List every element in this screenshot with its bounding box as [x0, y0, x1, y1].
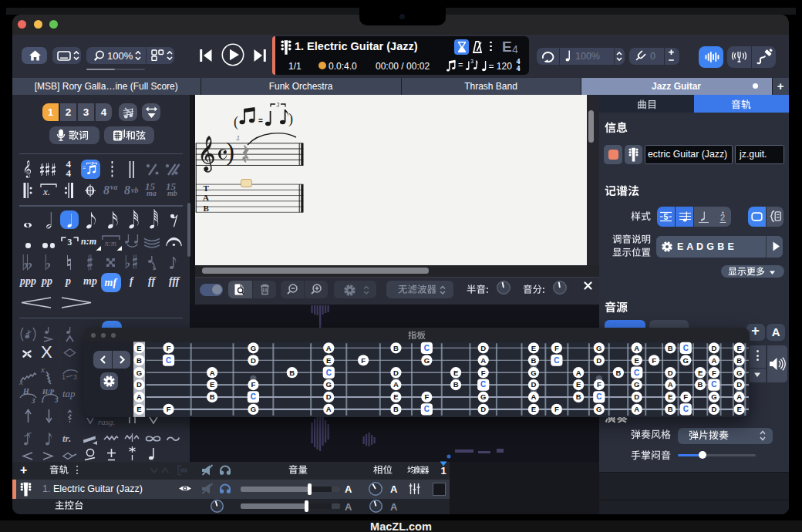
svg-text:F: F: [596, 381, 601, 389]
svg-text:F: F: [424, 393, 429, 402]
svg-text:3: 3: [54, 396, 59, 404]
svg-text:C: C: [682, 406, 688, 414]
svg-text:D: D: [667, 369, 672, 377]
svg-text:C: C: [423, 344, 429, 352]
svg-text:E: E: [326, 356, 331, 365]
svg-text:1: 1: [41, 396, 45, 404]
svg-text:B: B: [697, 381, 703, 389]
svg-text:D: D: [250, 356, 255, 365]
svg-text:E: E: [136, 344, 141, 352]
svg-text:B: B: [289, 369, 295, 377]
svg-text:D: D: [393, 369, 398, 377]
svg-text:C: C: [480, 381, 486, 389]
svg-text:F: F: [251, 381, 255, 389]
svg-text:F: F: [554, 406, 558, 414]
svg-text:2: 2: [720, 212, 725, 221]
svg-text:G: G: [250, 344, 255, 352]
svg-text:E: E: [136, 406, 141, 414]
svg-text:A: A: [393, 381, 398, 389]
svg-text:B: B: [209, 393, 214, 402]
svg-text:A: A: [325, 344, 331, 352]
svg-text:G: G: [736, 369, 741, 377]
svg-text:A: A: [136, 393, 142, 402]
svg-text:B: B: [136, 356, 142, 365]
svg-text:C: C: [325, 369, 331, 377]
svg-text:G: G: [250, 406, 255, 414]
svg-text:x.: x.: [42, 186, 50, 197]
svg-text:A: A: [711, 356, 716, 365]
svg-text:C: C: [682, 344, 688, 352]
svg-text:A: A: [575, 369, 581, 377]
svg-text:E: E: [668, 393, 672, 402]
svg-text:E: E: [531, 344, 535, 352]
svg-text:G: G: [480, 393, 486, 402]
svg-text:B: B: [667, 406, 672, 414]
svg-text:C: C: [711, 381, 716, 389]
svg-text:E: E: [736, 406, 741, 414]
svg-text:G: G: [596, 344, 602, 352]
svg-text:C: C: [423, 406, 429, 414]
svg-text:E: E: [697, 369, 702, 377]
svg-text:3: 3: [91, 162, 93, 166]
svg-text:F: F: [683, 393, 688, 402]
svg-text:A: A: [480, 356, 486, 365]
svg-text:3: 3: [68, 237, 72, 247]
svg-text:D: D: [596, 356, 602, 365]
svg-text:D: D: [711, 344, 716, 352]
svg-text:=: =: [83, 165, 86, 170]
svg-text:F: F: [166, 344, 170, 352]
svg-text:E: E: [634, 356, 639, 365]
svg-text:B: B: [393, 344, 398, 352]
svg-text:F: F: [554, 344, 558, 352]
svg-text:A: A: [531, 393, 536, 402]
svg-text:G: G: [423, 356, 429, 365]
svg-text:B: B: [393, 406, 398, 414]
svg-text:F: F: [480, 369, 485, 377]
svg-text:C: C: [554, 356, 559, 365]
svg-text:G: G: [634, 381, 639, 389]
svg-text:x: x: [19, 377, 23, 386]
svg-text:D: D: [634, 393, 639, 402]
svg-text:C: C: [250, 393, 255, 402]
svg-text:G: G: [136, 369, 141, 377]
svg-text:B: B: [667, 344, 672, 352]
svg-text:A: A: [667, 381, 672, 389]
svg-text:A: A: [325, 406, 331, 414]
svg-text:D: D: [531, 381, 536, 389]
svg-text:A: A: [736, 393, 742, 402]
svg-text:G: G: [325, 381, 331, 389]
svg-text:A: A: [209, 369, 214, 377]
svg-text:F: F: [166, 406, 170, 414]
svg-text:B: B: [736, 356, 742, 365]
svg-text:E: E: [531, 406, 535, 414]
svg-text:B: B: [615, 369, 621, 377]
svg-text:D: D: [736, 381, 742, 389]
svg-text:E: E: [209, 381, 214, 389]
svg-text:B: B: [453, 381, 458, 389]
svg-text:D: D: [325, 393, 331, 402]
svg-text:D: D: [480, 406, 486, 414]
svg-text:E: E: [393, 393, 398, 402]
svg-text:D: D: [136, 381, 142, 389]
svg-text:F: F: [652, 356, 656, 365]
svg-text:G: G: [596, 406, 602, 414]
svg-text:1: 1: [62, 373, 66, 380]
svg-text:F: F: [711, 369, 716, 377]
svg-text:D: D: [711, 406, 716, 414]
svg-text:3: 3: [73, 373, 77, 380]
svg-text:G: G: [531, 369, 536, 377]
svg-text:G: G: [711, 393, 716, 402]
svg-text:n:m: n:m: [105, 240, 116, 247]
svg-text:E: E: [575, 381, 580, 389]
svg-text:A: A: [634, 344, 639, 352]
svg-text:A: A: [634, 406, 639, 414]
svg-text:B: B: [575, 393, 581, 402]
svg-text:C: C: [596, 393, 602, 402]
svg-text:C: C: [165, 356, 170, 365]
svg-text:x: x: [40, 365, 45, 374]
svg-text:B: B: [531, 356, 536, 365]
svg-text:F: F: [361, 356, 366, 365]
svg-text:5: 5: [664, 212, 669, 221]
svg-text:E: E: [453, 369, 457, 377]
svg-text:3: 3: [470, 59, 473, 64]
